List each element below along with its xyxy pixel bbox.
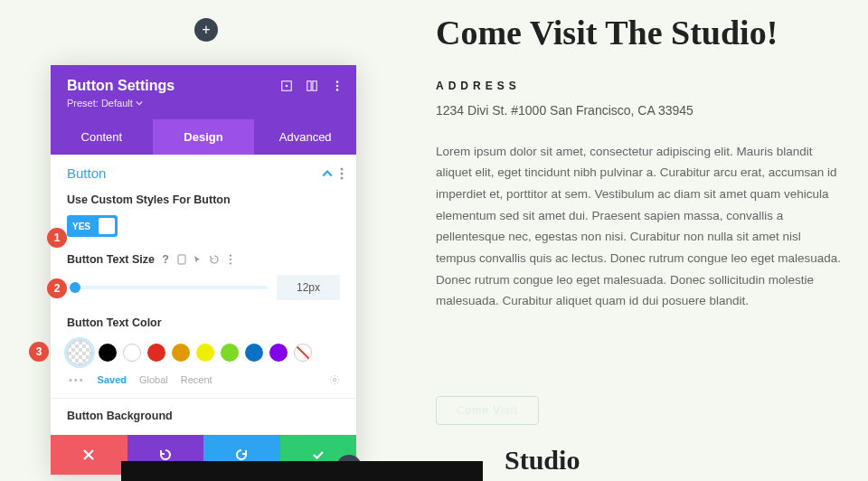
- slider-thumb[interactable]: [70, 282, 80, 293]
- preset-global[interactable]: Global: [139, 374, 168, 385]
- swatch-orange[interactable]: [172, 344, 190, 362]
- svg-point-8: [341, 172, 344, 174]
- chevron-up-icon: [322, 168, 333, 179]
- text-color-field: Button Text Color ••• Saved Global Recen…: [51, 313, 356, 398]
- svg-point-4: [336, 80, 339, 83]
- svg-point-7: [341, 167, 344, 170]
- cta-button[interactable]: Come Visit: [436, 396, 539, 425]
- swatch-transparent[interactable]: [67, 340, 92, 365]
- preset-label: Preset: Default: [67, 98, 133, 108]
- cancel-button[interactable]: [51, 435, 127, 475]
- toggle-label: YES: [67, 222, 90, 231]
- help-icon[interactable]: ?: [160, 254, 171, 265]
- reset-icon[interactable]: [209, 254, 220, 265]
- more-swatches-icon[interactable]: •••: [69, 374, 85, 385]
- swatch-yellow[interactable]: [196, 344, 214, 362]
- use-custom-label: Use Custom Styles For Button: [67, 193, 340, 206]
- layout-icon[interactable]: [306, 80, 318, 92]
- text-size-label: Button Text Size: [67, 253, 155, 266]
- preset-saved[interactable]: Saved: [98, 374, 127, 385]
- svg-rect-10: [178, 255, 185, 264]
- color-presets-meta: ••• Saved Global Recent: [67, 374, 340, 385]
- svg-rect-3: [313, 81, 316, 91]
- text-size-slider[interactable]: [67, 286, 268, 289]
- section-toggle-button[interactable]: Button: [51, 155, 356, 190]
- text-size-field: Button Text Size ? 12px: [51, 250, 356, 313]
- section-title: Button: [67, 165, 106, 181]
- tab-content[interactable]: Content: [51, 119, 153, 155]
- swatch-black[interactable]: [99, 344, 117, 362]
- page-title: Come Visit The Studio!: [436, 14, 841, 52]
- use-custom-styles-field: Use Custom Styles For Button YES: [51, 190, 356, 250]
- more-menu-icon[interactable]: [331, 80, 344, 92]
- svg-point-5: [336, 85, 339, 88]
- swatch-none[interactable]: [294, 344, 312, 362]
- svg-point-13: [230, 262, 231, 264]
- text-size-value[interactable]: 12px: [277, 275, 340, 300]
- panel-header-icons: [280, 80, 344, 92]
- tab-design[interactable]: Design: [153, 119, 255, 155]
- preset-recent[interactable]: Recent: [181, 374, 212, 385]
- svg-point-1: [286, 85, 288, 88]
- svg-point-11: [230, 255, 231, 257]
- swatch-blue[interactable]: [245, 344, 263, 362]
- preset-dropdown[interactable]: Preset: Default: [67, 98, 143, 108]
- hover-icon[interactable]: [193, 254, 203, 265]
- chevron-down-icon: [136, 99, 143, 107]
- svg-point-14: [333, 378, 335, 381]
- svg-point-6: [336, 89, 339, 91]
- image-block: [121, 461, 483, 481]
- svg-point-12: [230, 259, 231, 260]
- callout-badge-2: 2: [47, 278, 67, 298]
- section-more-icon[interactable]: [340, 167, 344, 180]
- callout-badge-3: 3: [29, 342, 49, 362]
- swatch-purple[interactable]: [269, 344, 288, 362]
- button-background-label: Button Background: [67, 410, 340, 422]
- callout-badge-1: 1: [47, 228, 67, 248]
- address-label: ADDRESS: [436, 80, 841, 92]
- color-swatches: [67, 340, 340, 365]
- swatch-white[interactable]: [123, 344, 141, 362]
- toggle-knob: [99, 218, 115, 234]
- use-custom-toggle[interactable]: YES: [67, 215, 118, 237]
- address-value: 1234 Divi St. #1000 San Francisco, CA 33…: [436, 103, 841, 118]
- page-content: Come Visit The Studio! ADDRESS 1234 Divi…: [436, 14, 841, 312]
- tab-advanced[interactable]: Advanced: [254, 119, 356, 155]
- expand-icon[interactable]: [280, 80, 293, 92]
- button-background-field: Button Background: [51, 398, 356, 435]
- settings-tabs: Content Design Advanced: [51, 119, 356, 155]
- svg-rect-2: [307, 81, 311, 91]
- text-size-label-row: Button Text Size ?: [67, 253, 340, 266]
- swatch-red[interactable]: [147, 344, 165, 362]
- responsive-icon[interactable]: [176, 254, 187, 265]
- swatch-green[interactable]: [221, 344, 239, 362]
- svg-point-9: [341, 176, 344, 179]
- settings-panel: Button Settings Preset: Default Content …: [51, 65, 356, 475]
- add-section-button[interactable]: +: [194, 18, 218, 42]
- text-color-label: Button Text Color: [67, 316, 340, 329]
- gear-icon[interactable]: [329, 374, 340, 385]
- panel-body: Button Use Custom Styles For Button YES …: [51, 155, 356, 435]
- panel-header: Button Settings Preset: Default: [51, 65, 356, 119]
- field-more-icon[interactable]: [225, 254, 236, 265]
- studio-heading: Studio: [505, 445, 580, 476]
- body-text: Lorem ipsum dolor sit amet, consectetur …: [436, 141, 841, 312]
